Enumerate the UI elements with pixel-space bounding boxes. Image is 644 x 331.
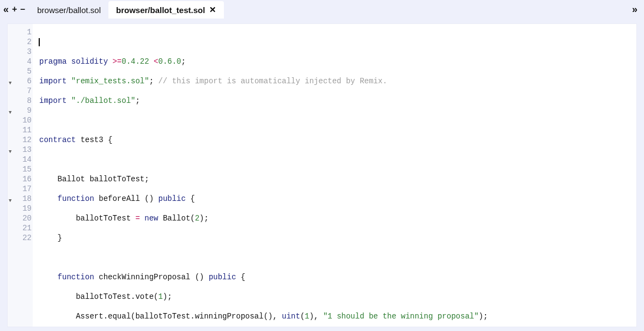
line-number: 3 bbox=[27, 47, 32, 57]
line-number: 21 bbox=[22, 223, 32, 233]
line-number: 15 bbox=[22, 164, 32, 174]
code-line: import "remix_tests.sol"; // this import… bbox=[39, 76, 636, 86]
code-line: ballotToTest = new Ballot(2); bbox=[39, 213, 636, 223]
line-number: 18 bbox=[22, 194, 32, 204]
remove-tab-icon[interactable]: – bbox=[20, 5, 25, 14]
line-number: 16 bbox=[22, 174, 32, 184]
line-number: 12 bbox=[22, 135, 32, 145]
code-line: ballotToTest.vote(1); bbox=[39, 292, 636, 302]
line-number: 7 bbox=[27, 86, 32, 96]
code-line: } bbox=[39, 233, 636, 243]
line-number: 10 bbox=[22, 115, 32, 125]
line-number: 6 bbox=[27, 76, 32, 86]
tab-bar: « + – browser/ballot.sol browser/ballot_… bbox=[0, 0, 644, 19]
add-tab-icon[interactable]: + bbox=[12, 5, 17, 14]
line-number: 17 bbox=[22, 184, 32, 194]
scroll-right-icon[interactable]: » bbox=[632, 4, 641, 15]
code-line: Ballot ballotToTest; bbox=[39, 174, 636, 184]
line-number: 2 bbox=[27, 37, 32, 47]
line-number: 14 bbox=[22, 155, 32, 164]
code-line bbox=[39, 37, 636, 47]
code-line: contract test3 { bbox=[39, 135, 636, 145]
line-number: 11 bbox=[22, 125, 32, 135]
line-number: 19 bbox=[22, 204, 32, 213]
line-number-gutter: 1 2 3 4 5 ▼6 7 8 ▼9 10 11 12 ▼13 14 15 1… bbox=[8, 24, 33, 327]
code-line: import "./ballot.sol"; bbox=[39, 96, 636, 106]
code-area[interactable]: pragma solidity >=0.4.22 <0.6.0; import … bbox=[33, 24, 636, 327]
line-number: 4 bbox=[27, 57, 32, 66]
code-line: Assert.equal(ballotToTest.winningProposa… bbox=[39, 311, 636, 321]
tab-ballot[interactable]: browser/ballot.sol bbox=[29, 1, 108, 19]
tabs-container: browser/ballot.sol browser/ballot_test.s… bbox=[29, 0, 224, 19]
tab-label: browser/ballot_test.sol bbox=[116, 5, 205, 15]
code-line: pragma solidity >=0.4.22 <0.6.0; bbox=[39, 57, 636, 66]
code-editor[interactable]: 1 2 3 4 5 ▼6 7 8 ▼9 10 11 12 ▼13 14 15 1… bbox=[8, 24, 636, 327]
line-number: 20 bbox=[22, 213, 32, 223]
line-number: 8 bbox=[27, 96, 32, 106]
code-line bbox=[39, 115, 636, 125]
tab-label: browser/ballot.sol bbox=[37, 5, 101, 15]
text-cursor bbox=[39, 38, 40, 46]
tab-ballot-test[interactable]: browser/ballot_test.sol ✕ bbox=[108, 1, 224, 19]
line-number: 1 bbox=[27, 27, 32, 37]
line-number: 22 bbox=[22, 233, 32, 243]
code-line bbox=[39, 253, 636, 262]
code-line bbox=[39, 155, 636, 164]
line-number: 13 bbox=[22, 145, 32, 155]
line-number: 5 bbox=[27, 66, 32, 76]
close-tab-icon[interactable]: ✕ bbox=[209, 5, 216, 15]
tab-controls: « + – bbox=[3, 4, 29, 14]
code-line: function checkWinningProposal () public … bbox=[39, 272, 636, 282]
line-number: 9 bbox=[27, 106, 32, 115]
code-line: function beforeAll () public { bbox=[39, 194, 636, 204]
scroll-left-icon[interactable]: « bbox=[3, 4, 9, 14]
